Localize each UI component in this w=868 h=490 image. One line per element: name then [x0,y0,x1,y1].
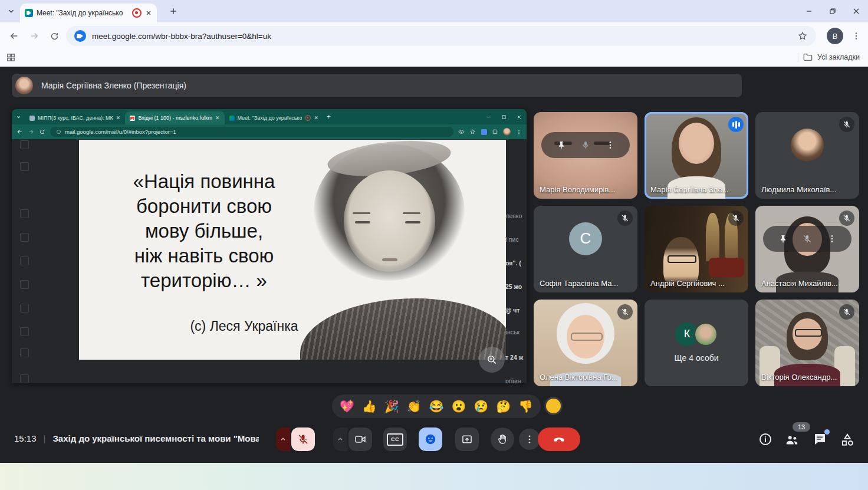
meeting-time: 15:13 [14,433,37,443]
participant-name: Людмила Миколаїв... [761,185,836,194]
tile-more-options-icon[interactable] [606,140,615,150]
browser-tab[interactable]: Meet: "Захід до українсько [20,4,157,22]
inbox-fragment: ї пис [505,236,527,243]
reactions-toggle-button[interactable] [419,427,442,451]
participant-photo-avatar [791,129,824,162]
reaction-surprised[interactable]: 😮 [451,399,466,413]
tile-more-options-icon[interactable] [827,234,837,244]
reaction-heart[interactable]: 💖 [340,399,354,413]
participant-tile-liudmyla[interactable]: Людмила Миколаїв... [755,112,859,199]
reaction-party[interactable]: 🎉 [384,399,399,413]
window-restore-button[interactable] [821,0,844,22]
apps-grid-icon[interactable] [6,52,16,63]
back-button[interactable] [7,29,21,43]
participant-tile-maria-volodymyrivna[interactable]: Марія Володимирів... [534,112,637,199]
overflow-avatars: К [675,323,718,346]
mic-toggle-button[interactable] [291,427,315,451]
presenter-name: Марія Сергіївна Зленко (Презентація) [41,81,186,90]
leave-call-button[interactable] [538,427,580,451]
reaction-laugh[interactable]: 😂 [429,399,443,413]
mic-muted-icon[interactable] [803,234,812,244]
participant-tile-maria-zlenko[interactable]: Марія Сергіївна Зле... [645,112,748,199]
raise-hand-button[interactable] [491,427,514,451]
presenter-avatar [15,77,33,94]
reaction-clap[interactable]: 👏 [407,399,422,413]
moodle-favicon [29,116,35,121]
shared-tab-close-icon: ✕ [116,115,121,121]
shared-address-bar: mail.google.com/mail/u/0/#inbox?projecto… [50,127,453,137]
participant-name: Анастасія Михайлів... [761,279,838,288]
browser-menu-icon[interactable] [849,29,863,43]
participant-tile-anastasia[interactable]: Анастасія Михайлів... [755,206,859,292]
reaction-cry[interactable]: 😢 [474,399,488,413]
shared-restore-icon [496,109,511,124]
mic-icon[interactable] [581,140,590,150]
browser-toolbar: meet.google.com/wbr-bbbx-bra?authuser=0&… [0,22,868,50]
meeting-info: 15:13 | Захід до української писемності … [14,433,259,443]
mic-options-chevron[interactable] [276,427,290,451]
mic-muted-icon [839,117,854,132]
shared-tab-title: Meet: "Захід до українсько [238,115,303,121]
tile-hover-controls [763,226,851,252]
all-bookmarks-label[interactable]: Усі закладки [817,53,860,61]
skin-tone-selector[interactable] [546,399,561,413]
inbox-fragment: ленко [505,212,527,219]
meet-site-icon [74,30,86,42]
camera-options-chevron[interactable] [333,427,347,451]
meeting-details-icon[interactable] [758,432,774,448]
gmail-favicon [130,116,135,121]
captions-button[interactable]: CC [383,427,407,451]
forward-button[interactable] [27,29,41,43]
present-button[interactable] [455,427,479,451]
camera-toggle-button[interactable] [348,427,372,451]
mic-muted-icon [728,211,744,226]
participant-tile-viktoria[interactable]: Вікторія Олександр... [755,300,859,386]
shared-recording-icon [305,115,311,121]
participant-tile-olena[interactable]: Олена Вікторівна Гр... [534,300,637,386]
lesya-ukrainka-portrait [277,140,506,360]
window-minimize-button[interactable] [797,0,821,22]
participant-tile-andrii[interactable]: Андрій Сергійович ... [645,206,748,292]
more-options-button[interactable] [519,429,540,450]
email-checkbox [20,256,29,265]
reaction-thumbs-up[interactable]: 👍 [362,399,377,413]
email-checkbox [20,374,29,383]
reload-button[interactable] [47,29,61,43]
overflow-count-label: Ще 4 особи [645,353,748,363]
address-bar[interactable]: meet.google.com/wbr-bbbx-bra?authuser=0&… [66,26,816,46]
pin-icon[interactable] [557,140,566,150]
email-checkbox [20,348,29,357]
inbox-fragment: 25 жо [505,283,527,290]
tab-search-chevron-icon[interactable] [5,5,18,18]
tab-close-icon[interactable] [145,9,152,17]
shared-menu-icon [515,129,522,135]
pin-icon[interactable] [778,234,788,244]
profile-avatar[interactable]: B [827,28,843,44]
shared-tab-search-icon [12,114,25,120]
people-panel-icon[interactable] [784,432,800,448]
window-close-button[interactable] [844,0,868,22]
shared-url-text: mail.google.com/mail/u/0/#inbox?projecto… [65,129,176,135]
reaction-thinking[interactable]: 🤔 [496,399,511,413]
mic-muted-icon [839,211,854,226]
shared-tab-strip: МІПП(3 курс, ІБАС, денна): МК ✕ Вхідні (… [12,109,527,124]
activities-icon[interactable] [840,432,855,448]
reaction-thumbs-down[interactable]: 👎 [518,399,533,413]
participant-tile-overflow[interactable]: К Ще 4 особи [645,300,748,386]
shared-back-icon [17,129,23,135]
browser-tab-strip: Meet: "Захід до українсько [0,0,868,22]
bookmark-star-icon[interactable] [797,31,808,41]
email-checkbox [20,233,29,242]
presentation-slide: «Нація повинна боронити свою мову більше… [79,140,506,360]
new-tab-button[interactable] [167,5,179,17]
participant-tile-sofia[interactable]: С Софія Тарасівна Ма... [534,206,637,292]
inbox-fragment: їнськ [505,328,527,336]
extensions-icon [492,129,498,135]
shared-minimize-icon [481,109,496,124]
mic-muted-icon [839,304,854,320]
zoom-in-button[interactable] [479,347,505,373]
chat-panel-icon[interactable] [813,432,828,448]
email-checkbox [20,209,29,218]
tab-title: Meet: "Захід до українсько [37,9,129,17]
shared-new-tab-icon: + [327,113,331,121]
